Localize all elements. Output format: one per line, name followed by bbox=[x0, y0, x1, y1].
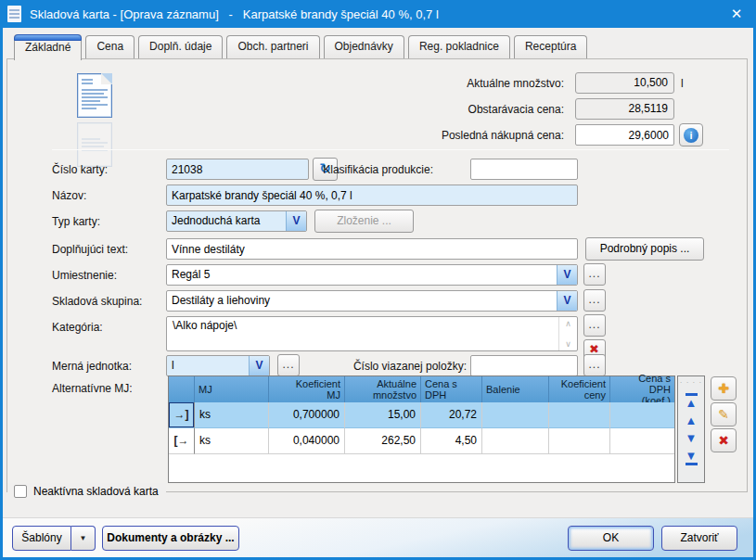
window-title: Skladová karta - [Oprava záznamu] - Karp… bbox=[30, 7, 439, 21]
cell-mj: ks bbox=[195, 428, 269, 454]
unit-combo[interactable]: l V bbox=[166, 355, 270, 376]
linked-item-input[interactable] bbox=[470, 355, 578, 376]
close-icon[interactable]: ✕ bbox=[724, 6, 749, 22]
name-input[interactable] bbox=[166, 185, 578, 206]
cell-balenie bbox=[482, 402, 549, 428]
scroll-down-icon[interactable]: ∨ bbox=[565, 339, 571, 349]
move-up-icon[interactable]: ▲ bbox=[686, 414, 698, 426]
header-cena-s-dph[interactable]: Cena s DPH bbox=[421, 376, 482, 402]
card-type-combo[interactable]: Jednoduchá karta V bbox=[166, 210, 307, 232]
header-akt-mnozstvo[interactable]: Aktuálne množstvo bbox=[345, 376, 421, 402]
cell-cena-dph-koef bbox=[610, 402, 674, 428]
linked-item-label: Číslo viazanej položky: bbox=[314, 355, 467, 377]
table-row[interactable]: [→ ks 0,040000 262,50 4,50 bbox=[169, 428, 674, 454]
delete-row-button[interactable]: ✖ bbox=[711, 428, 737, 452]
scroll-to-bottom-icon[interactable]: ▼ bbox=[686, 450, 698, 465]
titlebar: Skladová karta - [Oprava záznamu] - Karp… bbox=[0, 0, 756, 28]
header-koef-mj[interactable]: Koeficient MJ bbox=[269, 376, 345, 402]
last-price-label: Posledná nákupná cena: bbox=[406, 124, 564, 146]
extra-text-label: Doplňujúci text: bbox=[52, 238, 128, 261]
cell-akt-mnozstvo: 262,50 bbox=[345, 428, 421, 454]
stock-card-dialog: Skladová karta - [Oprava záznamu] - Karp… bbox=[0, 0, 756, 560]
ok-button[interactable]: OK bbox=[568, 526, 654, 551]
cell-koef-ceny bbox=[549, 428, 610, 454]
cell-cena-s-dph: 20,72 bbox=[421, 402, 482, 428]
chevron-down-icon[interactable]: V bbox=[286, 211, 306, 231]
stock-card-icon bbox=[77, 73, 112, 118]
alt-units-table: MJ Koeficient MJ Aktuálne množstvo Cena … bbox=[168, 375, 675, 483]
document-icon bbox=[7, 6, 21, 22]
cell-cena-dph-koef bbox=[610, 428, 674, 454]
cell-balenie bbox=[482, 428, 549, 454]
move-down-icon[interactable]: ▼ bbox=[686, 432, 698, 444]
classification-input[interactable] bbox=[470, 159, 578, 180]
location-browse-button[interactable]: ... bbox=[583, 263, 606, 286]
header-mj[interactable]: MJ bbox=[195, 376, 269, 402]
tab-doplnudaje[interactable]: Doplň. údaje bbox=[138, 35, 223, 58]
add-row-button[interactable]: ✚ bbox=[711, 376, 737, 401]
current-quantity-label: Aktuálne množstvo: bbox=[406, 72, 564, 95]
tab-strip: Základné Cena Doplň. údaje Obch. partner… bbox=[14, 33, 591, 59]
category-box[interactable]: \Alko nápoje\ ∧ ∨ bbox=[166, 316, 578, 351]
linked-item-browse-button[interactable]: ... bbox=[583, 354, 606, 376]
category-label: Kategória: bbox=[52, 316, 103, 338]
chevron-down-icon[interactable]: V bbox=[557, 265, 577, 285]
scroll-to-top-icon[interactable]: ▲ bbox=[686, 393, 698, 409]
edit-row-button[interactable]: ✎ bbox=[711, 402, 737, 426]
card-type-label: Typ karty: bbox=[52, 210, 100, 233]
tab-obch-partneri[interactable]: Obch. partneri bbox=[226, 35, 319, 58]
tab-page-zakladne: Aktuálne množstvo: 10,500 l Obstarávacia… bbox=[6, 58, 748, 492]
close-button[interactable]: Zatvoriť bbox=[661, 526, 737, 551]
table-row[interactable]: →] ks 0,700000 15,00 20,72 bbox=[169, 402, 674, 428]
window-border-left bbox=[0, 28, 3, 560]
classification-label: Klasifikácia produkcie: bbox=[230, 159, 433, 181]
cell-koef-ceny bbox=[549, 402, 610, 428]
checkbox-box[interactable] bbox=[14, 485, 27, 498]
category-scrollbar[interactable]: ∧ ∨ bbox=[558, 317, 577, 350]
last-price-input[interactable] bbox=[575, 124, 674, 146]
quantity-unit: l bbox=[681, 72, 684, 95]
extra-text-input[interactable] bbox=[166, 238, 578, 260]
current-quantity-value: 10,500 bbox=[575, 72, 674, 94]
footer-bar: Šablóny ▼ Dokumenty a obrázky ... OK Zat… bbox=[3, 517, 753, 557]
location-label: Umiestnenie: bbox=[52, 264, 117, 286]
unit-browse-button[interactable]: ... bbox=[277, 354, 300, 376]
scroll-up-icon[interactable]: ∧ bbox=[565, 319, 571, 328]
unit-label: Merná jednotka: bbox=[52, 355, 132, 377]
detailed-description-button[interactable]: Podrobný popis ... bbox=[585, 237, 704, 261]
header-koef-ceny[interactable]: Koeficient ceny bbox=[549, 376, 610, 402]
templates-button[interactable]: Šablóny bbox=[12, 526, 71, 551]
chevron-down-icon[interactable]: V bbox=[249, 356, 269, 375]
location-value: Regál 5 bbox=[167, 265, 557, 285]
row-out-icon: [→ bbox=[169, 428, 195, 454]
tab-objednavky[interactable]: Objednávky bbox=[324, 35, 404, 58]
category-value: \Alko nápoje\ bbox=[173, 319, 237, 332]
pencil-icon: ✎ bbox=[718, 407, 729, 422]
card-number-label: Číslo karty: bbox=[52, 159, 108, 181]
templates-menu-arrow-icon[interactable]: ▼ bbox=[71, 526, 96, 551]
checkbox-label: Neaktívna skladová karta bbox=[33, 485, 159, 498]
composition-button: Zloženie ... bbox=[314, 210, 414, 233]
inactive-card-checkbox[interactable]: Neaktívna skladová karta bbox=[7, 483, 166, 500]
header-balenie[interactable]: Balenie bbox=[482, 376, 549, 402]
cell-mj: ks bbox=[195, 402, 269, 428]
tab-receptura[interactable]: Receptúra bbox=[514, 35, 587, 58]
category-browse-button[interactable]: ... bbox=[583, 314, 606, 337]
chevron-down-icon[interactable]: V bbox=[557, 291, 577, 311]
cell-akt-mnozstvo: 15,00 bbox=[345, 402, 421, 428]
tab-reg-pokladnice[interactable]: Reg. pokladnice bbox=[408, 35, 510, 58]
stock-group-combo[interactable]: Destiláty a liehoviny V bbox=[166, 290, 578, 312]
alt-units-label: Alternatívne MJ: bbox=[52, 377, 133, 400]
tab-zakladne[interactable]: Základné bbox=[14, 34, 82, 60]
purchase-cost-value: 28,5119 bbox=[575, 98, 674, 120]
header-cena-dph-koef[interactable]: Cena s DPH (koef.) bbox=[610, 376, 674, 402]
purchase-cost-label: Obstarávacia cena: bbox=[406, 98, 564, 121]
info-icon: i bbox=[684, 128, 698, 143]
location-combo[interactable]: Regál 5 V bbox=[166, 264, 578, 286]
stock-group-browse-button[interactable]: ... bbox=[583, 289, 606, 312]
tab-cena[interactable]: Cena bbox=[85, 35, 135, 58]
documents-images-button[interactable]: Dokumenty a obrázky ... bbox=[102, 526, 239, 551]
card-type-value: Jednoduchá karta bbox=[167, 211, 286, 231]
stock-group-value: Destiláty a liehoviny bbox=[167, 291, 557, 311]
price-info-button[interactable]: i bbox=[679, 123, 703, 146]
